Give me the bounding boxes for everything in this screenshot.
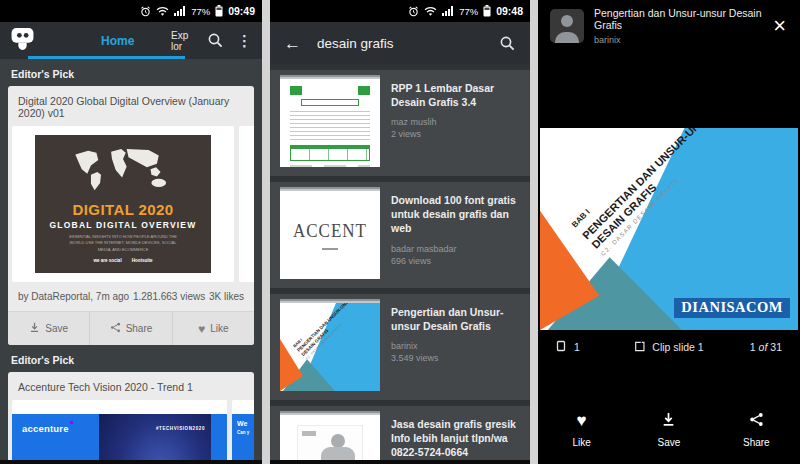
doc-logos bbox=[290, 86, 370, 95]
doc-table bbox=[290, 145, 370, 161]
like-label: Like bbox=[210, 323, 228, 334]
likes-count: 3K likes bbox=[209, 291, 244, 302]
clip-icon bbox=[634, 341, 645, 354]
viewer-toolbar: 1 Clip slide 1 1 of 31 bbox=[538, 334, 800, 360]
alarm-icon bbox=[140, 6, 151, 17]
portrait-photo bbox=[99, 414, 211, 464]
result-thumbnail-accent[interactable]: ACCENT bbox=[280, 191, 380, 279]
avatar[interactable] bbox=[550, 9, 584, 43]
search-input[interactable]: desain grafis bbox=[317, 36, 483, 51]
result-title[interactable]: Jasa desain grafis gresik Info lebih lan… bbox=[391, 417, 520, 460]
hashtag-text: #TECHVISION2020 bbox=[156, 426, 205, 431]
panel-divider bbox=[262, 0, 270, 464]
clip-slide-control[interactable]: Clip slide 1 bbox=[634, 341, 703, 354]
slide-heading: DIGITAL 2020 bbox=[73, 201, 174, 218]
status-bar: 77% 09:48 bbox=[270, 0, 530, 22]
save-label: Save bbox=[45, 323, 68, 334]
like-button[interactable]: ♥ Like bbox=[538, 396, 625, 464]
like-label: Like bbox=[572, 437, 590, 448]
result-title[interactable]: RPP 1 Lembar Dasar Desain Grafis 3.4 bbox=[391, 81, 520, 109]
result-thumbnail-slide[interactable]: BAB I PENGERTIAN DAN UNSUR-UNSUR DESAIN … bbox=[280, 303, 380, 391]
app-bar: Home Exp lor ⋮ bbox=[0, 22, 262, 59]
signal-icon bbox=[442, 6, 454, 16]
viewer-title-block: Pengertian dan Unsur-unsur Desain Grafis… bbox=[594, 7, 763, 45]
card-title[interactable]: Digital 2020 Global Digital Overview (Ja… bbox=[8, 86, 254, 126]
back-arrow-icon[interactable]: ← bbox=[284, 35, 301, 52]
viewer-title: Pengertian dan Unsur-unsur Desain Grafis bbox=[594, 7, 763, 31]
slides-count-control[interactable]: 1 bbox=[556, 340, 580, 354]
wifi-icon bbox=[424, 6, 437, 16]
download-icon bbox=[29, 322, 40, 335]
clock-text: 09:48 bbox=[496, 5, 523, 17]
result-views: 696 views bbox=[391, 256, 520, 266]
result-title[interactable]: Download 100 font gratis untuk desain gr… bbox=[391, 193, 520, 236]
search-result-row[interactable]: ACCENT Download 100 font gratis untuk de… bbox=[270, 182, 530, 288]
section-label-editors-pick-2: Editor's Pick bbox=[11, 354, 251, 366]
result-text: Pengertian dan Unsur-unsur Desain Grafis… bbox=[380, 303, 520, 391]
doc-title-box bbox=[301, 99, 359, 106]
result-text: Jasa desain grafis gresik Info lebih lan… bbox=[380, 415, 520, 464]
accenture-logo: accenture bbox=[22, 423, 73, 434]
jasa-caption-line bbox=[302, 431, 316, 436]
result-thumbnail-document[interactable] bbox=[280, 79, 380, 167]
like-button[interactable]: ♥ Like bbox=[172, 312, 254, 345]
tab-explore[interactable]: Exp lor bbox=[171, 30, 197, 52]
avatar-person-icon-body bbox=[555, 32, 579, 43]
share-label: Share bbox=[743, 437, 770, 448]
hootsuite-logo: Hootsuite bbox=[132, 258, 153, 263]
accenture-logo-text: accenture bbox=[22, 423, 69, 434]
close-icon[interactable]: × bbox=[773, 15, 786, 37]
share-button[interactable]: Share bbox=[89, 312, 171, 345]
slideshare-logo-icon[interactable] bbox=[10, 27, 35, 55]
battery-percent: 77% bbox=[459, 6, 478, 17]
result-author: maz muslih bbox=[391, 117, 520, 127]
result-author: barinix bbox=[391, 341, 520, 351]
peek-slide-band: We Can y bbox=[232, 414, 254, 460]
accenture-slide-image: accenture #TECHVISION2020 The I in bbox=[12, 414, 227, 464]
slide-subheading: GLOBAL DIGITAL OVERVIEW bbox=[50, 220, 197, 230]
next-slide-peek[interactable] bbox=[239, 126, 254, 282]
feed-card-digital-2020[interactable]: Digital 2020 Global Digital Overview (Ja… bbox=[8, 86, 254, 345]
save-button[interactable]: Save bbox=[8, 312, 89, 345]
slide-view[interactable]: BAB I PENGERTIAN DAN UNSUR-UNSUR DESAIN … bbox=[540, 128, 798, 330]
next-slide-peek[interactable]: We Can y bbox=[232, 400, 254, 464]
share-icon bbox=[110, 322, 121, 335]
search-result-row[interactable]: RPP 1 Lembar Dasar Desain Grafis 3.4 maz… bbox=[270, 70, 530, 176]
peek-line1: We bbox=[237, 420, 254, 427]
save-button[interactable]: Save bbox=[625, 396, 712, 464]
slide-brand-logos: we are social Hootsuite bbox=[94, 258, 153, 263]
clock-text: 09:49 bbox=[228, 5, 255, 17]
slide-carousel[interactable]: accenture #TECHVISION2020 The I in We Ca… bbox=[8, 400, 254, 464]
slide-current[interactable]: accenture #TECHVISION2020 The I in bbox=[12, 400, 227, 464]
jasa-inner-image bbox=[297, 425, 363, 464]
page-indicator: 1 of 31 bbox=[750, 341, 782, 353]
feed-card-accenture[interactable]: Accenture Tech Vision 2020 - Trend 1 acc… bbox=[8, 372, 254, 464]
result-thumbnail-jasa[interactable] bbox=[280, 415, 380, 464]
viewer-author[interactable]: barinix bbox=[594, 35, 763, 45]
status-bar: 77% 09:49 bbox=[0, 0, 262, 22]
tab-home[interactable]: Home bbox=[101, 34, 134, 48]
card-title[interactable]: Accenture Tech Vision 2020 - Trend 1 bbox=[8, 372, 254, 400]
search-result-row[interactable]: Jasa desain grafis gresik Info lebih lan… bbox=[270, 406, 530, 464]
viewer-header: Pengertian dan Unsur-unsur Desain Grafis… bbox=[538, 0, 800, 52]
search-icon[interactable] bbox=[499, 35, 516, 52]
page-total: 31 bbox=[770, 341, 782, 353]
byline-text[interactable]: by DataReportal, 7m ago bbox=[18, 291, 129, 302]
search-result-row[interactable]: BAB I PENGERTIAN DAN UNSUR-UNSUR DESAIN … bbox=[270, 294, 530, 400]
world-map-graphic bbox=[68, 145, 178, 201]
search-icon[interactable] bbox=[207, 32, 224, 49]
result-title[interactable]: Pengertian dan Unsur-unsur Desain Grafis bbox=[391, 305, 520, 333]
result-views: 2 views bbox=[391, 129, 520, 139]
viewer-action-bar: ♥ Like Save Share bbox=[538, 396, 800, 464]
panel-divider bbox=[530, 0, 538, 464]
overflow-menu-icon[interactable]: ⋮ bbox=[237, 33, 252, 48]
slide-current[interactable]: DIGITAL 2020 GLOBAL DIGITAL OVERVIEW ESS… bbox=[12, 126, 234, 282]
home-tab-underline bbox=[28, 56, 185, 59]
avatar-person-icon bbox=[561, 15, 573, 27]
page-current: 1 bbox=[750, 341, 756, 353]
tab-explore-line1: Exp bbox=[171, 30, 197, 41]
slide-carousel[interactable]: DIGITAL 2020 GLOBAL DIGITAL OVERVIEW ESS… bbox=[8, 126, 254, 282]
share-icon bbox=[749, 412, 764, 429]
share-button[interactable]: Share bbox=[713, 396, 800, 464]
card-stats-row: by DataReportal, 7m ago 1.281.663 views … bbox=[8, 282, 254, 311]
